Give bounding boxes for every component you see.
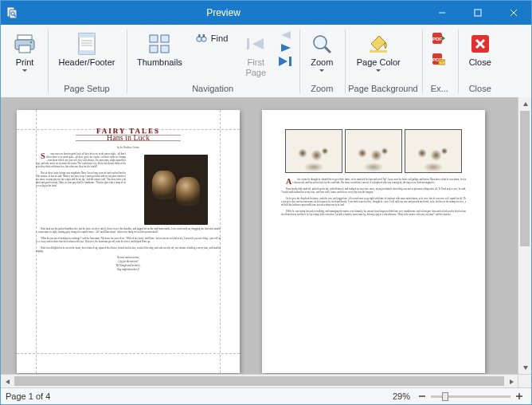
svg-rect-24	[198, 34, 201, 37]
scroll-left-button[interactable]	[1, 375, 14, 387]
page-2[interactable]: After a time he thought he should like t…	[262, 110, 485, 373]
svg-rect-35	[370, 50, 387, 53]
close-preview-label: Close	[469, 57, 491, 68]
scroll-right-button[interactable]	[504, 375, 518, 387]
svg-rect-13	[79, 33, 95, 37]
p1-para-4: Hans was delighted as he sat on the hors…	[36, 246, 221, 253]
zoom-slider-thumb[interactable]	[442, 392, 448, 401]
group-export: PDF PDF Ex...	[425, 28, 454, 99]
zoom-in-button[interactable]	[512, 390, 526, 403]
chevron-down-icon	[22, 69, 27, 72]
pages: FAIRY TALES Hans in Luck by the Brothers…	[17, 110, 485, 373]
illus-2	[345, 129, 402, 173]
svg-marker-48	[510, 379, 514, 384]
svg-point-32	[314, 36, 327, 49]
group-zoom-label: Zoom	[303, 82, 341, 97]
group-close: Close Close	[461, 28, 499, 99]
svg-marker-28	[281, 31, 291, 39]
svg-point-11	[30, 41, 33, 44]
binoculars-icon	[195, 32, 208, 45]
svg-text:PDF: PDF	[432, 37, 442, 41]
page-1[interactable]: FAIRY TALES Hans in Luck by the Brothers…	[17, 110, 240, 373]
svg-rect-19	[161, 35, 169, 42]
group-zoom: Zoom Zoom	[303, 28, 341, 99]
svg-marker-45	[523, 102, 528, 106]
page-indicator: Page 1 of 4	[6, 391, 50, 401]
illustrations	[281, 129, 466, 173]
first-page-icon	[244, 30, 267, 57]
vertical-scrollbar[interactable]	[518, 97, 531, 374]
print-icon	[13, 30, 37, 57]
vscroll-track[interactable]	[518, 111, 531, 360]
vscroll-thumb[interactable]	[520, 111, 530, 246]
find-button[interactable]: Find	[190, 29, 233, 47]
horizontal-scrollbar[interactable]	[1, 374, 518, 387]
p1-para-b: One of these lucky beings was neighbour …	[36, 171, 126, 187]
p2-para-2: Hans brushed the mud off, picked up his …	[281, 187, 466, 194]
close-window-button[interactable]	[495, 1, 531, 25]
hscroll-track[interactable]	[14, 375, 504, 387]
zoom-slider[interactable]	[431, 395, 510, 398]
prev-page-icon[interactable]	[278, 29, 294, 41]
export-pdf-button[interactable]: PDF	[425, 29, 454, 47]
export-pdf-email-button[interactable]: PDF	[425, 50, 454, 68]
svg-line-33	[325, 47, 331, 53]
svg-marker-29	[281, 44, 291, 52]
header-footer-button[interactable]: Header/Footer	[51, 28, 123, 81]
song-l4: Sing neigh down derry!	[36, 268, 221, 272]
next-page-icon[interactable]	[278, 42, 294, 53]
first-page-button[interactable]: First Page	[237, 28, 275, 81]
illus-3	[405, 129, 462, 173]
svg-marker-38	[442, 36, 445, 41]
maximize-button[interactable]	[460, 1, 495, 25]
svg-rect-31	[289, 57, 291, 66]
svg-rect-8	[18, 35, 32, 40]
status-bar: Page 1 of 4 29%	[1, 387, 531, 404]
svg-rect-25	[202, 34, 205, 37]
last-page-icon[interactable]	[276, 55, 295, 68]
p2-para-4: While he was trying his luck in milking,…	[281, 210, 466, 216]
chapter-title: FAIRY TALES	[36, 129, 221, 132]
print-button[interactable]: Print	[6, 28, 44, 81]
group-page-setup: Header/Footer Page Setup	[51, 28, 123, 99]
scroll-up-button[interactable]	[518, 97, 531, 111]
close-icon	[469, 30, 491, 57]
group-print-label	[6, 82, 44, 97]
p1-para-a: Some men are born to good luck: all they…	[36, 152, 126, 168]
zoom-percentage[interactable]: 29%	[393, 391, 410, 401]
p2-para-1: After a time he thought he should like t…	[281, 178, 466, 184]
pdf-icon: PDF	[431, 31, 445, 45]
paint-bucket-icon	[366, 30, 390, 57]
svg-marker-30	[279, 57, 288, 66]
authors-photo	[144, 155, 208, 225]
group-page-background: Page Color Page Background	[348, 28, 417, 99]
svg-rect-14	[79, 50, 95, 54]
zoom-button[interactable]: Zoom	[303, 28, 341, 81]
preview-area[interactable]: FAIRY TALES Hans in Luck by the Brothers…	[1, 97, 531, 387]
zoom-out-button[interactable]	[415, 390, 429, 403]
title-bar: Preview	[1, 1, 531, 25]
header-footer-icon	[76, 30, 97, 57]
group-navigation-label: Navigation	[130, 82, 295, 97]
close-preview-button[interactable]: Close	[461, 28, 499, 81]
svg-rect-21	[161, 45, 169, 53]
p1-para-2: Hans took out his pocket-handkerchief, p…	[36, 227, 221, 234]
svg-rect-18	[150, 35, 158, 42]
svg-marker-47	[6, 379, 10, 384]
svg-rect-10	[19, 45, 30, 53]
thumbnails-label: Thumbnails	[137, 57, 182, 68]
header-footer-label: Header/Footer	[59, 57, 115, 68]
p1-para-3: 'What do you say of making an exchange?'…	[36, 237, 221, 243]
minimize-button[interactable]	[424, 1, 460, 25]
zoom-label: Zoom	[311, 57, 333, 68]
svg-marker-27	[252, 38, 264, 49]
window-title: Preview	[23, 1, 424, 25]
scrollbar-corner	[518, 374, 531, 387]
hscroll-thumb[interactable]	[14, 376, 504, 386]
find-label: Find	[211, 33, 228, 43]
page-color-button[interactable]: Page Color	[348, 28, 409, 81]
scroll-down-button[interactable]	[518, 360, 531, 374]
illus-1	[285, 129, 342, 173]
byline: by the Brothers Grimm	[36, 146, 221, 149]
thumbnails-button[interactable]: Thumbnails	[130, 28, 190, 81]
